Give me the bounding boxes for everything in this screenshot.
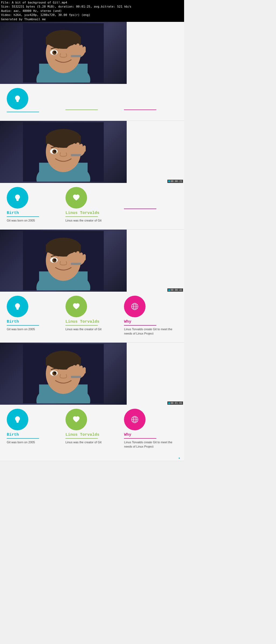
svg-rect-16 [16, 101, 19, 101]
col-birth-slide2: Birth Git was born on 2005 [4, 187, 63, 223]
svg-rect-35 [17, 200, 19, 201]
video-thumbnail-4 [0, 343, 127, 405]
face-placeholder-4 [0, 343, 127, 405]
svg-rect-9 [76, 43, 80, 52]
svg-rect-42 [46, 244, 81, 253]
person-svg-1 [23, 23, 104, 83]
svg-rect-11 [83, 46, 86, 53]
slide-4: 00:01:01 Birth Git was born on 2005 [0, 343, 184, 461]
title-birth-slide3: Birth [7, 319, 19, 324]
svg-rect-44 [73, 252, 76, 260]
title-linus-slide3: Linus Torvalds [65, 319, 99, 324]
slide-3: 00:00:41 Birth Git was born on 2005 [0, 230, 184, 343]
timestamp-slide3: 00:00:41 [167, 288, 183, 292]
svg-rect-71 [71, 376, 81, 378]
svg-rect-53 [17, 309, 19, 310]
underline-col3-slide1 [124, 110, 156, 110]
ts-dot-slide4 [168, 402, 170, 404]
underline-birth-slide2 [7, 216, 39, 217]
underline-why-slide3 [124, 325, 156, 326]
col-3-slide1 [121, 88, 180, 114]
underline-col1-slide1 [7, 112, 39, 112]
underline-col2-slide1 [65, 110, 98, 110]
svg-point-33 [54, 150, 56, 152]
title-birth-slide4: Birth [7, 432, 19, 437]
globe-icon-slide4 [124, 409, 146, 430]
svg-rect-75 [16, 422, 19, 422]
bulb-icon-slide3 [7, 296, 28, 317]
desc-linus-slide2: Linus was the creator of Git [65, 219, 102, 223]
underline-birth-slide4 [7, 438, 39, 439]
svg-point-15 [54, 51, 56, 53]
underline-linus-slide3 [65, 325, 98, 326]
person-svg-2 [23, 122, 104, 182]
col-2-slide1 [63, 88, 122, 114]
svg-rect-27 [76, 142, 80, 151]
svg-rect-70 [83, 367, 86, 374]
col-empty-slide2 [121, 187, 180, 223]
svg-rect-28 [80, 144, 83, 151]
underline-why-slide4 [124, 438, 156, 439]
svg-rect-30 [71, 154, 81, 156]
svg-rect-69 [80, 366, 83, 373]
svg-rect-12 [71, 55, 81, 57]
svg-rect-47 [83, 254, 86, 261]
bulb-icon-slide2 [7, 187, 28, 209]
bulb-icon-slide1 [7, 88, 28, 110]
timestamp-slide4: 00:01:01 [167, 401, 183, 405]
title-why-slide3: Why [124, 319, 131, 324]
svg-rect-76 [17, 422, 19, 423]
timestamp-slide2: 00:00:21 [167, 180, 183, 183]
bulb-icon-slide4 [7, 409, 28, 430]
file-info-line4: Video: h264, yuv420p, 1280x720, 30.00 fp… [1, 13, 183, 17]
person-svg-3 [23, 231, 104, 290]
bottom-cursor: ● [178, 456, 180, 459]
svg-rect-6 [46, 37, 81, 45]
col-why-slide4: Why Linus Torvalds create Git to meet th… [121, 409, 180, 449]
file-info-line2: Size: 5532231 bytes (5.28 MiB), duration… [1, 5, 183, 9]
ts-dot-slide3 [168, 289, 170, 291]
desc-linus-slide3: Linus was the creator of Git [65, 327, 102, 331]
col-why-slide3: Why Linus Torvalds create Git to meet th… [121, 296, 180, 336]
col-linus-slide3: Linus Torvalds Linus was the creator of … [63, 296, 122, 336]
title-linus-slide4: Linus Torvalds [65, 432, 99, 437]
col-birth-slide4: Birth Git was born on 2005 [4, 409, 63, 449]
person-svg-4 [23, 344, 104, 403]
slide-2: 00:00:21 Birth Git was born on 2005 [0, 121, 184, 230]
col-birth-slide3: Birth Git was born on 2005 [4, 296, 63, 336]
desc-linus-slide4: Linus was the creator of Git [65, 440, 102, 444]
title-why-slide4: Why [124, 432, 131, 437]
svg-rect-24 [46, 136, 81, 144]
svg-rect-17 [17, 101, 19, 102]
svg-point-74 [54, 372, 56, 374]
svg-rect-29 [83, 145, 86, 152]
video-thumbnail-2 [0, 121, 127, 183]
svg-rect-34 [16, 200, 19, 200]
underline-linus-slide4 [65, 438, 98, 439]
svg-point-51 [54, 259, 56, 261]
svg-rect-26 [73, 143, 76, 151]
underline-birth-slide3 [7, 325, 39, 326]
heart-icon-slide4 [65, 409, 87, 430]
face-placeholder-2 [0, 121, 127, 183]
svg-rect-45 [76, 251, 80, 260]
svg-rect-68 [76, 364, 80, 373]
heart-icon-slide3 [65, 296, 87, 317]
title-linus-slide2: Linus Torvalds [65, 211, 99, 215]
desc-birth-slide3: Git was born on 2005 [7, 327, 35, 331]
svg-rect-67 [73, 365, 76, 373]
col-linus-slide2: Linus Torvalds Linus was the creator of … [63, 187, 122, 223]
svg-rect-65 [46, 357, 81, 366]
desc-why-slide3: Linus Torvalds create Git to meet the ne… [124, 327, 177, 336]
ts-dot-slide2 [168, 180, 170, 182]
slide-1 [0, 22, 184, 121]
svg-rect-10 [80, 45, 83, 52]
underline-empty-slide2 [124, 209, 156, 209]
title-birth-slide2: Birth [7, 211, 19, 215]
svg-rect-8 [73, 44, 76, 52]
underline-linus-slide2 [65, 216, 98, 217]
file-info-header: File: A bit of background of Git!.mp4 Si… [0, 0, 184, 22]
col-linus-slide4: Linus Torvalds Linus was the creator of … [63, 409, 122, 449]
face-placeholder-3 [0, 230, 127, 292]
face-placeholder-1 [0, 22, 127, 84]
